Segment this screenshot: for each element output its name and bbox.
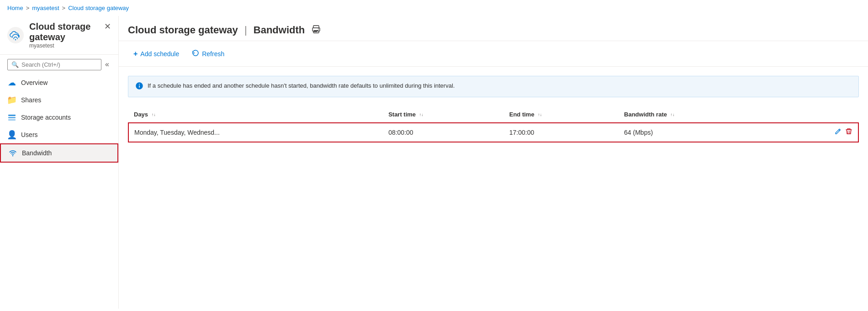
breadcrumb-cloud-storage-gateway[interactable]: Cloud storage gateway <box>68 5 129 11</box>
sidebar-item-storage-accounts-label: Storage accounts <box>21 114 71 121</box>
row-action-icons <box>786 128 852 137</box>
col-start-time: Start time ↑↓ <box>383 106 504 123</box>
svg-rect-3 <box>8 117 16 118</box>
info-icon <box>136 82 143 91</box>
delete-button[interactable] <box>845 128 852 137</box>
row-actions <box>780 123 858 142</box>
sidebar-item-overview[interactable]: ☁ Overview <box>0 74 118 91</box>
sidebar-item-users-label: Users <box>21 131 38 138</box>
svg-rect-4 <box>8 119 16 121</box>
page-title: Cloud storage gateway <box>29 21 111 42</box>
close-button[interactable]: ✕ <box>104 21 111 32</box>
storage-icon <box>7 113 16 122</box>
main-content: Cloud storage gateway | Bandwidth + Add <box>119 16 868 309</box>
sidebar-item-shares-label: Shares <box>21 96 41 104</box>
svg-rect-13 <box>139 85 140 88</box>
days-sort-icon[interactable]: ↑↓ <box>152 113 156 117</box>
sidebar-item-users[interactable]: 👤 Users <box>0 126 118 143</box>
svg-rect-10 <box>314 32 317 32</box>
sidebar-item-overview-label: Overview <box>21 79 48 86</box>
end-time-sort-icon[interactable]: ↑↓ <box>538 113 542 117</box>
col-bandwidth-rate: Bandwidth rate ↑↓ <box>619 106 780 123</box>
col-days: Days ↑↓ <box>128 106 383 123</box>
add-schedule-button[interactable]: + Add schedule <box>128 47 185 61</box>
row-bandwidth-rate: 64 (Mbps) <box>619 123 780 142</box>
sidebar-header: Cloud storage gateway myasetest ✕ <box>0 16 118 55</box>
sidebar-item-storage-accounts[interactable]: Storage accounts <box>0 109 118 126</box>
folder-icon: 📁 <box>7 95 16 105</box>
col-actions <box>780 106 858 123</box>
page-header: Cloud storage gateway | Bandwidth <box>119 16 868 41</box>
cloud-wifi-icon <box>7 27 24 43</box>
bandwidth-rate-sort-icon[interactable]: ↑↓ <box>671 113 675 117</box>
device-subtitle: myasetest <box>29 42 111 49</box>
page-heading: Cloud storage gateway | Bandwidth <box>128 24 305 36</box>
svg-rect-9 <box>314 30 318 31</box>
bandwidth-table: Days ↑↓ Start time ↑↓ End time ↑↓ Band <box>128 106 859 142</box>
edit-button[interactable] <box>834 128 842 137</box>
info-banner-text: If a schedule has ended and another sche… <box>148 82 455 90</box>
collapse-sidebar-button[interactable]: « <box>103 58 111 70</box>
breadcrumb: Home > myasetest > Cloud storage gateway <box>0 0 868 16</box>
start-time-sort-icon[interactable]: ↑↓ <box>419 113 423 117</box>
table-row: Monday, Tuesday, Wednesd... 08:00:00 17:… <box>128 123 858 142</box>
breadcrumb-sep-1: > <box>26 5 30 11</box>
search-box[interactable]: 🔍 <box>7 59 101 70</box>
device-icon <box>7 27 24 43</box>
svg-point-5 <box>12 155 13 156</box>
svg-point-14 <box>139 84 140 85</box>
toolbar: + Add schedule Refresh <box>119 41 868 67</box>
refresh-icon <box>192 49 199 58</box>
sidebar: Cloud storage gateway myasetest ✕ 🔍 « ☁ … <box>0 16 119 309</box>
bandwidth-table-container: Days ↑↓ Start time ↑↓ End time ↑↓ Band <box>128 106 859 142</box>
table-header-row: Days ↑↓ Start time ↑↓ End time ↑↓ Band <box>128 106 858 123</box>
search-icon: 🔍 <box>11 61 19 68</box>
wifi-icon <box>8 148 17 158</box>
row-days: Monday, Tuesday, Wednesd... <box>128 123 383 142</box>
sidebar-item-bandwidth[interactable]: Bandwidth <box>0 143 118 163</box>
cloud-nav-icon: ☁ <box>7 78 16 87</box>
sidebar-title-block: Cloud storage gateway myasetest <box>29 21 111 49</box>
sidebar-nav: ☁ Overview 📁 Shares Storage accounts � <box>0 74 118 163</box>
refresh-button[interactable]: Refresh <box>186 47 230 61</box>
info-banner: If a schedule has ended and another sche… <box>128 76 859 97</box>
search-container: 🔍 « <box>0 55 118 74</box>
row-start-time: 08:00:00 <box>383 123 504 142</box>
print-icon <box>312 25 320 33</box>
breadcrumb-home[interactable]: Home <box>7 5 23 11</box>
print-button[interactable] <box>310 23 322 37</box>
col-end-time: End time ↑↓ <box>504 106 619 123</box>
breadcrumb-myasetest[interactable]: myasetest <box>32 5 59 11</box>
sidebar-item-shares[interactable]: 📁 Shares <box>0 91 118 109</box>
sidebar-item-bandwidth-label: Bandwidth <box>22 149 52 157</box>
search-input[interactable] <box>21 61 97 68</box>
svg-rect-2 <box>8 115 16 116</box>
user-icon: 👤 <box>7 130 16 139</box>
breadcrumb-sep-2: > <box>62 5 66 11</box>
row-end-time: 17:00:00 <box>504 123 619 142</box>
plus-icon: + <box>133 50 138 58</box>
svg-point-11 <box>318 29 319 30</box>
svg-point-1 <box>15 39 16 40</box>
